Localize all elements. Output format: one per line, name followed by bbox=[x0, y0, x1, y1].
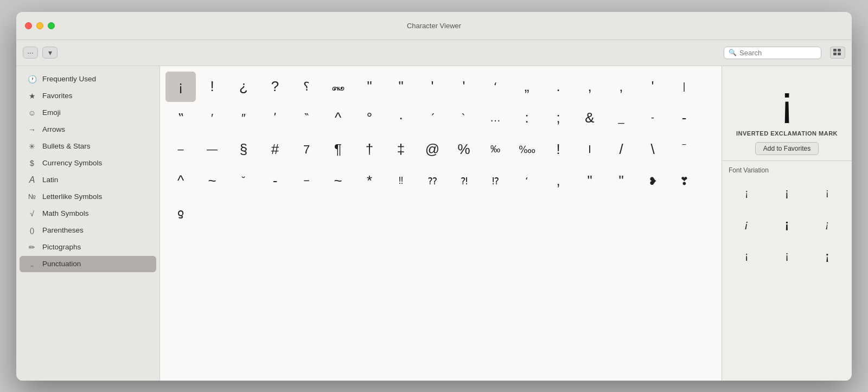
char-cell[interactable]: " bbox=[386, 72, 416, 102]
char-cell[interactable]: ! bbox=[197, 72, 227, 102]
font-variation-cell[interactable]: ¡ bbox=[809, 242, 845, 269]
char-cell[interactable]: & bbox=[575, 103, 605, 133]
char-cell[interactable]: † bbox=[354, 134, 385, 165]
search-box[interactable]: 🔍 bbox=[724, 47, 821, 59]
char-cell[interactable]: ; bbox=[543, 103, 573, 133]
maximize-button[interactable] bbox=[48, 22, 55, 29]
char-cell[interactable]: – bbox=[165, 134, 196, 165]
char-cell[interactable]: „ bbox=[512, 72, 542, 102]
more-button[interactable]: ··· bbox=[23, 47, 38, 59]
char-cell[interactable]: _ bbox=[606, 103, 636, 133]
char-cell[interactable]: , bbox=[575, 72, 605, 102]
char-cell[interactable]: § bbox=[228, 134, 259, 165]
char-cell[interactable]: ′ bbox=[197, 103, 227, 133]
char-cell[interactable]: : bbox=[512, 103, 542, 133]
char-cell[interactable]: ꘏ bbox=[323, 72, 353, 102]
add-to-favorites-button[interactable]: Add to Favorites bbox=[755, 142, 819, 155]
char-cell[interactable]: ⁇ bbox=[417, 166, 448, 196]
char-cell[interactable]: 7 bbox=[291, 134, 322, 165]
char-cell[interactable]: ʻ bbox=[512, 166, 542, 196]
char-cell[interactable]: , bbox=[543, 166, 573, 196]
sidebar-item-arrows[interactable]: → Arrows bbox=[20, 121, 156, 138]
char-cell[interactable]: ' bbox=[637, 72, 668, 102]
char-cell[interactable]: \ bbox=[637, 134, 668, 165]
char-cell[interactable]: ‶ bbox=[291, 103, 322, 133]
char-cell[interactable]: ‐ bbox=[637, 103, 668, 133]
font-variation-cell[interactable]: ¡ bbox=[729, 242, 764, 269]
char-cell[interactable]: " bbox=[575, 166, 605, 196]
font-variation-cell[interactable]: ¡ bbox=[769, 179, 805, 207]
char-cell-inverted-exclamation[interactable]: ¡ bbox=[165, 72, 196, 102]
traffic-lights bbox=[25, 22, 55, 29]
char-cell[interactable]: ‼ bbox=[386, 166, 416, 196]
char-cell[interactable]: / bbox=[606, 134, 636, 165]
sidebar-item-letterlike-symbols[interactable]: № Letterlike Symbols bbox=[20, 189, 156, 205]
char-cell[interactable]: … bbox=[480, 103, 510, 133]
char-cell[interactable]: ? bbox=[260, 72, 290, 102]
sidebar-item-math-symbols[interactable]: √ Math Symbols bbox=[20, 205, 156, 222]
char-cell[interactable]: ~ bbox=[323, 166, 353, 196]
char-cell[interactable]: - bbox=[260, 166, 290, 196]
font-variation-cell[interactable]: ¡ bbox=[769, 242, 805, 269]
char-cell[interactable]: # bbox=[260, 134, 290, 165]
char-cell[interactable]: ‱ bbox=[512, 134, 542, 165]
char-cell[interactable]: ⁉ bbox=[480, 166, 510, 196]
char-cell[interactable]: ʻ bbox=[480, 72, 510, 102]
char-cell[interactable]: ~ bbox=[197, 166, 227, 196]
char-cell[interactable]: ¶ bbox=[323, 134, 353, 165]
search-input[interactable] bbox=[739, 49, 816, 57]
font-variation-cell[interactable]: ¡ bbox=[809, 179, 845, 207]
font-variation-cell[interactable]: ¡ bbox=[729, 179, 764, 207]
char-cell[interactable]: — bbox=[197, 134, 227, 165]
char-cell[interactable]: ¿ bbox=[228, 72, 259, 102]
char-cell[interactable]: ❣ bbox=[669, 166, 699, 196]
dropdown-button[interactable]: ▾ bbox=[42, 47, 58, 59]
char-cell[interactable]: ‰ bbox=[480, 134, 510, 165]
char-cell[interactable]: ^ bbox=[165, 166, 196, 196]
char-cell[interactable]: ˘ bbox=[228, 166, 259, 196]
sidebar-item-bullets-stars[interactable]: ✳ Bullets & Stars bbox=[20, 138, 156, 155]
font-variation-cell[interactable]: ¡ bbox=[809, 211, 845, 238]
char-cell[interactable]: · bbox=[386, 103, 416, 133]
char-cell[interactable]: ؟ bbox=[291, 72, 322, 102]
char-cell[interactable]: ° bbox=[354, 103, 385, 133]
sidebar-item-currency-symbols[interactable]: $ Currency Symbols bbox=[20, 155, 156, 171]
char-cell[interactable]: ‟ bbox=[165, 103, 196, 133]
minimize-button[interactable] bbox=[36, 22, 43, 29]
sidebar-item-pictographs[interactable]: ✏ Pictographs bbox=[20, 239, 156, 255]
char-cell[interactable]: ˋ bbox=[449, 103, 479, 133]
char-cell[interactable]: ' bbox=[449, 72, 479, 102]
char-cell[interactable]: I bbox=[575, 134, 605, 165]
char-cell[interactable]: | bbox=[669, 72, 699, 102]
sidebar-item-punctuation[interactable]: ,, Punctuation bbox=[20, 256, 156, 272]
char-cell[interactable]: − bbox=[291, 166, 322, 196]
char-cell[interactable]: ʹ bbox=[260, 103, 290, 133]
char-cell[interactable]: ' bbox=[417, 72, 448, 102]
sidebar-item-favorites[interactable]: ★ Favorites bbox=[20, 88, 156, 104]
sidebar-item-parentheses[interactable]: () Parentheses bbox=[20, 222, 156, 239]
char-cell[interactable]: ‡ bbox=[386, 134, 416, 165]
char-cell[interactable]: ˊ bbox=[417, 103, 448, 133]
char-cell[interactable]: ″ bbox=[228, 103, 259, 133]
char-cell[interactable]: . bbox=[543, 72, 573, 102]
char-cell[interactable]: " bbox=[354, 72, 385, 102]
sidebar-item-emoji[interactable]: ☺ Emoji bbox=[20, 105, 156, 121]
char-cell[interactable]: ‾ bbox=[669, 134, 699, 165]
char-cell[interactable]: " bbox=[606, 166, 636, 196]
char-cell[interactable]: ⁈ bbox=[449, 166, 479, 196]
char-cell[interactable]: @ bbox=[417, 134, 448, 165]
char-cell[interactable]: * bbox=[354, 166, 385, 196]
sidebar-item-frequently-used[interactable]: 🕐 Frequently Used bbox=[20, 71, 156, 87]
close-button[interactable] bbox=[25, 22, 32, 29]
char-cell[interactable]: ❥ bbox=[637, 166, 668, 196]
char-cell[interactable]: ƍ bbox=[165, 197, 196, 228]
char-cell[interactable]: % bbox=[449, 134, 479, 165]
char-cell[interactable]: - bbox=[669, 103, 699, 133]
char-cell[interactable]: ! bbox=[543, 134, 573, 165]
grid-view-button[interactable] bbox=[830, 47, 845, 59]
char-cell[interactable]: ^ bbox=[323, 103, 353, 133]
sidebar-item-latin[interactable]: A Latin bbox=[20, 172, 156, 188]
font-variation-cell[interactable]: ¡ bbox=[769, 211, 805, 238]
font-variation-cell[interactable]: ¡ bbox=[729, 211, 764, 238]
char-cell[interactable]: ‚ bbox=[606, 72, 636, 102]
